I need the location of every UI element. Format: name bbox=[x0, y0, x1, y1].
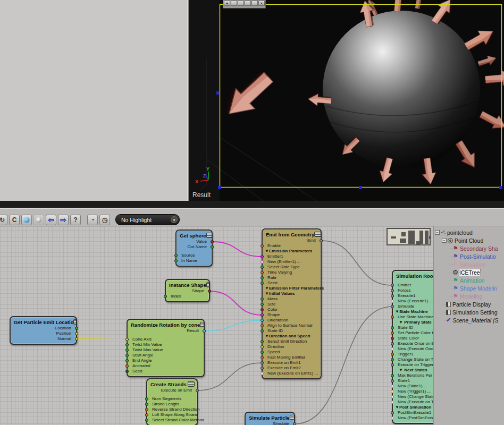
port-gray-dot[interactable] bbox=[391, 305, 394, 308]
explorer-item-shape-modelin[interactable]: ⚑Shape Modelin bbox=[434, 284, 504, 292]
c-button[interactable]: C bbox=[9, 215, 20, 225]
port-gray-dot[interactable] bbox=[320, 239, 323, 242]
node-menu-icon[interactable] bbox=[206, 282, 209, 287]
port-green-dot[interactable] bbox=[145, 419, 148, 422]
forward-button[interactable]: ⇨ bbox=[58, 215, 69, 225]
port-orange-dot[interactable] bbox=[391, 353, 394, 356]
port-orange-dot[interactable] bbox=[145, 413, 148, 416]
port-gray-dot[interactable] bbox=[391, 300, 394, 303]
timer-button[interactable]: ◔ bbox=[87, 215, 98, 225]
explorer-item-particle-display[interactable]: Particle Display bbox=[434, 300, 504, 308]
port-green-dot[interactable] bbox=[174, 254, 178, 257]
panel-tab-button[interactable] bbox=[245, 1, 251, 6]
port-green-dot[interactable] bbox=[125, 359, 129, 362]
port-orange-dot[interactable] bbox=[261, 324, 264, 327]
port-green-dot[interactable] bbox=[174, 259, 178, 262]
node-menu-icon[interactable] bbox=[206, 233, 212, 238]
port-gray-dot[interactable] bbox=[391, 342, 394, 345]
explorer-item-pointcloud[interactable]: −pointcloud bbox=[434, 228, 504, 236]
port-gray-dot[interactable] bbox=[391, 363, 394, 367]
port-green-dot[interactable] bbox=[125, 348, 129, 352]
graph-navigator[interactable] bbox=[387, 228, 431, 245]
panel-menu-button[interactable]: ▼ bbox=[224, 1, 230, 6]
port-green-dot[interactable] bbox=[261, 266, 264, 269]
port-green-dot[interactable] bbox=[261, 303, 264, 306]
port-green-dot[interactable] bbox=[75, 327, 78, 330]
port-yellow-dot[interactable] bbox=[125, 338, 129, 341]
explorer-item-modeling[interactable]: ⚑Modeling bbox=[434, 292, 504, 300]
port-green-dot[interactable] bbox=[391, 358, 394, 361]
port-gray-dot[interactable] bbox=[391, 401, 394, 404]
port-orange-dot[interactable] bbox=[145, 408, 148, 411]
node-menu-icon[interactable] bbox=[73, 319, 76, 325]
highlight-dropdown[interactable]: No Highlight ▼ bbox=[115, 214, 180, 225]
port-cyan-dot[interactable] bbox=[203, 329, 206, 333]
globe-button[interactable] bbox=[21, 215, 32, 225]
node-simulate-particle[interactable]: Simulate ParticleSimulate bbox=[245, 412, 295, 425]
port-orange-dot[interactable] bbox=[261, 271, 264, 274]
port-orange-dot[interactable] bbox=[391, 332, 394, 335]
node-create-strands[interactable]: Create StrandsExecute on EmitNum Segment… bbox=[146, 378, 198, 425]
timer2-button[interactable]: ◷ bbox=[99, 215, 110, 225]
port-gray-dot[interactable] bbox=[391, 379, 394, 382]
port-gray-dot[interactable] bbox=[391, 294, 394, 298]
port-gray-dot[interactable] bbox=[391, 411, 394, 414]
port-orange-dot[interactable] bbox=[261, 356, 264, 359]
node-get-particle-emit-location[interactable]: Get Particle Emit LocatioLocationPositio… bbox=[10, 316, 77, 345]
port-yellow-dot[interactable] bbox=[75, 332, 78, 335]
explorer-item-scene-material-s[interactable]: ✔Scene_Material (S bbox=[434, 316, 504, 324]
node-get-sphere[interactable]: Get sphereValueOut NameSourceIn Name bbox=[175, 230, 213, 267]
port-orange-dot[interactable] bbox=[125, 364, 129, 368]
ice-graph-workspace[interactable]: Get sphereValueOut NameSourceIn NameInst… bbox=[0, 226, 504, 425]
panel-tab-button[interactable] bbox=[238, 1, 244, 6]
port-red-dot[interactable] bbox=[391, 337, 394, 340]
explorer-item-secondary-sha[interactable]: ⚑Secondary Sha bbox=[434, 244, 504, 252]
help-button[interactable]: ? bbox=[70, 215, 81, 225]
node-menu-icon[interactable] bbox=[188, 381, 195, 387]
node-menu-icon[interactable] bbox=[200, 322, 204, 327]
explorer-item-simulation-setting[interactable]: Simulation Setting bbox=[434, 308, 504, 316]
explorer-item-simulation[interactable]: ⚑Simulation bbox=[434, 260, 504, 268]
port-red-dot[interactable] bbox=[211, 240, 214, 243]
port-green-dot[interactable] bbox=[211, 245, 214, 249]
port-green-dot[interactable] bbox=[391, 326, 394, 329]
port-darkgreen-dot[interactable] bbox=[125, 370, 129, 373]
port-green-dot[interactable] bbox=[125, 343, 129, 346]
node-emit-from-geometry[interactable]: Emit from GeometryEmitEnable▼Emission Pa… bbox=[262, 228, 322, 379]
port-green-dot[interactable] bbox=[261, 298, 264, 301]
panel-tab-button[interactable] bbox=[251, 1, 258, 6]
port-green-dot[interactable] bbox=[391, 395, 394, 398]
panel-tab-button[interactable] bbox=[231, 1, 237, 6]
port-green-dot[interactable] bbox=[261, 276, 264, 279]
tree-expander-icon[interactable]: − bbox=[435, 230, 440, 235]
port-green-dot[interactable] bbox=[391, 374, 394, 377]
node-randomize-rotation[interactable]: Randomize Rotation by coneResultCone Axi… bbox=[127, 319, 205, 377]
port-green-dot[interactable] bbox=[145, 397, 148, 401]
port-gray-dot[interactable] bbox=[391, 347, 394, 351]
node-menu-icon[interactable] bbox=[290, 415, 294, 420]
port-cyan-dot[interactable] bbox=[261, 319, 264, 322]
port-red-dot[interactable] bbox=[261, 308, 264, 311]
port-orange-dot[interactable] bbox=[391, 316, 394, 319]
port-gray-dot[interactable] bbox=[391, 416, 394, 420]
port-gray-dot[interactable] bbox=[196, 389, 199, 392]
port-green-dot[interactable] bbox=[125, 354, 129, 357]
node-instance-shape[interactable]: Instance ShapeShapeIndex bbox=[165, 279, 210, 302]
back-button[interactable]: ⇦ bbox=[46, 215, 56, 225]
port-gray-dot[interactable] bbox=[391, 385, 394, 388]
3d-viewport[interactable]: X Y Z ▼ ✕ Result bbox=[189, 0, 504, 201]
port-orange-dot[interactable] bbox=[261, 244, 264, 248]
port-green-dot[interactable] bbox=[261, 340, 264, 343]
explorer-item-post-simulatio[interactable]: ⚑Post-Simulatio bbox=[434, 252, 504, 260]
port-orange-dot[interactable] bbox=[391, 390, 394, 393]
port-magenta-dot[interactable] bbox=[261, 260, 264, 264]
sphere-button[interactable] bbox=[33, 215, 44, 225]
explorer-item-icetree[interactable]: ICETree bbox=[434, 268, 504, 276]
port-magenta-dot[interactable] bbox=[261, 255, 264, 258]
horizontal-splitter[interactable] bbox=[0, 201, 504, 208]
port-green-dot[interactable] bbox=[261, 329, 264, 333]
port-green-dot[interactable] bbox=[261, 351, 264, 354]
port-yellow-dot[interactable] bbox=[75, 337, 78, 341]
explorer-item-animation[interactable]: ⚑Animation bbox=[434, 276, 504, 284]
port-green-dot[interactable] bbox=[145, 403, 148, 406]
